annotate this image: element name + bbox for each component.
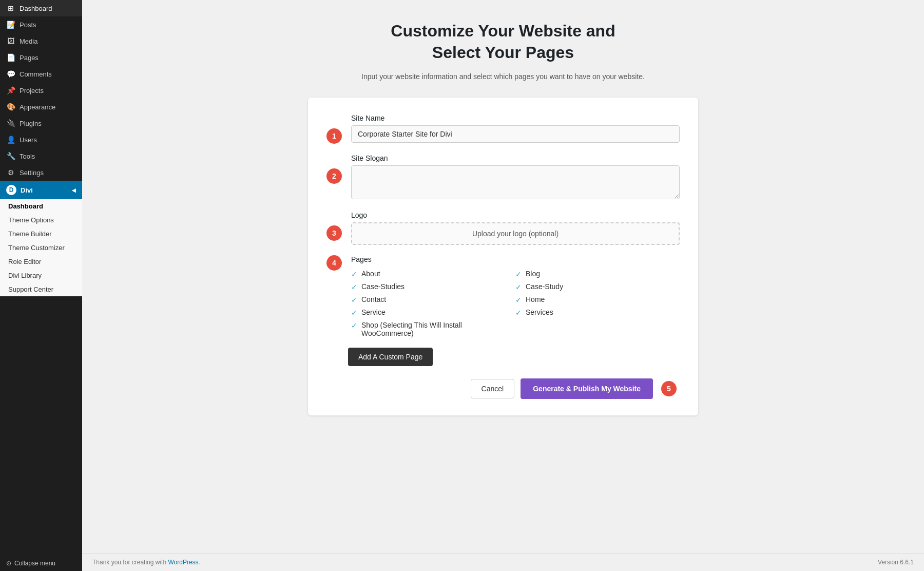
sidebar-item-posts[interactable]: 📝Posts — [0, 16, 82, 33]
sidebar-item-label: Tools — [20, 153, 35, 160]
page-checkbox-row[interactable]: ✓Shop (Selecting This Will Install WooCo… — [351, 321, 515, 337]
page-checkbox-row[interactable]: ✓Service — [351, 308, 515, 317]
sidebar-item-users[interactable]: 👤Users — [0, 131, 82, 148]
main-content: Customize Your Website and Select Your P… — [82, 0, 924, 571]
page-checkbox-row[interactable]: ✓Blog — [515, 270, 680, 278]
step-4-badge: 4 — [326, 255, 342, 271]
sidebar-item-tools[interactable]: 🔧Tools — [0, 148, 82, 164]
step-5-badge: 5 — [661, 381, 677, 396]
sidebar-item-appearance[interactable]: 🎨Appearance — [0, 99, 82, 115]
sidebar-item-projects[interactable]: 📌Projects — [0, 82, 82, 99]
page-subtitle: Input your website information and selec… — [113, 71, 893, 82]
cancel-button[interactable]: Cancel — [471, 379, 515, 398]
divi-submenu: DashboardTheme OptionsTheme BuilderTheme… — [0, 199, 82, 296]
page-label: Home — [526, 295, 545, 303]
collapse-label: Collapse menu — [14, 560, 55, 567]
users-icon: 👤 — [6, 136, 15, 144]
divi-submenu-role-editor[interactable]: Role Editor — [0, 255, 82, 269]
sidebar-item-label: Media — [20, 37, 37, 45]
site-name-label: Site Name — [351, 114, 680, 122]
form-card: 1 Site Name 2 Site Slogan 3 Logo — [308, 98, 698, 415]
site-name-row: 1 Site Name — [326, 114, 680, 144]
tools-icon: 🔧 — [6, 152, 15, 160]
sidebar-item-comments[interactable]: 💬Comments — [0, 66, 82, 82]
sidebar-item-label: Projects — [20, 87, 44, 94]
sidebar-item-plugins[interactable]: 🔌Plugins — [0, 115, 82, 131]
page-checkbox-row[interactable]: ✓Case-Studies — [351, 282, 515, 291]
check-icon: ✓ — [351, 270, 357, 278]
page-label: Contact — [361, 295, 386, 303]
publish-button[interactable]: Generate & Publish My Website — [521, 378, 653, 399]
logo-upload-button[interactable]: Upload your logo (optional) — [351, 222, 680, 245]
divi-submenu-dashboard-sub[interactable]: Dashboard — [0, 199, 82, 213]
add-custom-page-button[interactable]: Add A Custom Page — [348, 348, 433, 366]
divi-submenu-theme-customizer[interactable]: Theme Customizer — [0, 241, 82, 255]
page-checkbox-row[interactable]: ✓Services — [515, 308, 680, 317]
pages-row: 4 Pages ✓About✓Blog✓Case-Studies✓Case-St… — [326, 255, 680, 337]
projects-icon: 📌 — [6, 86, 15, 94]
check-icon: ✓ — [351, 321, 357, 330]
add-custom-page-area: Add A Custom Page — [326, 344, 680, 378]
page-checkbox-row[interactable]: ✓Home — [515, 295, 680, 304]
page-label: Blog — [526, 270, 540, 278]
check-icon: ✓ — [515, 296, 522, 304]
check-icon: ✓ — [515, 309, 522, 317]
page-checkbox-row[interactable]: ✓About — [351, 270, 515, 278]
step-2-badge: 2 — [326, 168, 342, 184]
page-footer: Thank you for creating with WordPress. V… — [82, 553, 924, 571]
site-slogan-label: Site Slogan — [351, 154, 680, 162]
step-1-badge: 1 — [326, 128, 342, 144]
divi-label: Divi — [21, 186, 33, 194]
page-label: Service — [361, 308, 386, 316]
page-label: Shop (Selecting This Will Install WooCom… — [361, 321, 515, 337]
sidebar-item-label: Settings — [20, 169, 44, 177]
page-label: Case-Studies — [361, 282, 405, 291]
check-icon: ✓ — [515, 270, 522, 278]
pages-label: Pages — [351, 255, 680, 263]
posts-icon: 📝 — [6, 21, 15, 29]
check-icon: ✓ — [351, 309, 357, 317]
wordpress-link[interactable]: WordPress — [168, 559, 198, 566]
check-icon: ✓ — [351, 296, 357, 304]
site-slogan-input[interactable] — [351, 165, 680, 199]
divi-menu-header[interactable]: D Divi ◀ — [0, 181, 82, 199]
plugins-icon: 🔌 — [6, 119, 15, 127]
sidebar-item-label: Plugins — [20, 120, 42, 127]
sidebar-item-dashboard[interactable]: ⊞Dashboard — [0, 0, 82, 16]
sidebar-item-label: Posts — [20, 21, 36, 29]
logo-label: Logo — [351, 211, 680, 219]
page-checkbox-row[interactable]: ✓Case-Study — [515, 282, 680, 291]
divi-icon: D — [6, 185, 16, 195]
version-text: Version 6.6.1 — [878, 559, 914, 566]
pages-icon: 📄 — [6, 53, 15, 62]
form-actions: Cancel Generate & Publish My Website 5 — [326, 378, 680, 399]
page-checkbox-row[interactable]: ✓Contact — [351, 295, 515, 304]
check-icon: ✓ — [515, 283, 522, 291]
dashboard-icon: ⊞ — [6, 4, 15, 12]
pages-grid: ✓About✓Blog✓Case-Studies✓Case-Study✓Cont… — [351, 270, 680, 337]
settings-icon: ⚙ — [6, 168, 15, 177]
sidebar-item-settings[interactable]: ⚙Settings — [0, 164, 82, 181]
divi-submenu-divi-library[interactable]: Divi Library — [0, 269, 82, 282]
logo-row: 3 Logo Upload your logo (optional) — [326, 211, 680, 245]
site-name-input[interactable] — [351, 125, 680, 143]
sidebar: ⊞Dashboard📝Posts🖼Media📄Pages💬Comments📌Pr… — [0, 0, 82, 571]
page-title: Customize Your Website and Select Your P… — [113, 21, 893, 63]
collapse-menu-button[interactable]: ⊙ Collapse menu — [0, 556, 82, 571]
divi-submenu-theme-builder[interactable]: Theme Builder — [0, 227, 82, 241]
sidebar-item-pages[interactable]: 📄Pages — [0, 49, 82, 66]
footer-left: Thank you for creating with WordPress. — [92, 559, 200, 566]
divi-submenu-support-center[interactable]: Support Center — [0, 282, 82, 296]
sidebar-item-label: Dashboard — [20, 5, 52, 12]
divi-submenu-theme-options[interactable]: Theme Options — [0, 213, 82, 227]
media-icon: 🖼 — [6, 37, 15, 45]
sidebar-item-label: Users — [20, 136, 37, 144]
appearance-icon: 🎨 — [6, 103, 15, 111]
sidebar-item-media[interactable]: 🖼Media — [0, 33, 82, 49]
page-label: Case-Study — [526, 282, 563, 291]
page-label: About — [361, 270, 380, 278]
divi-arrow-icon: ◀ — [72, 187, 76, 193]
sidebar-item-label: Appearance — [20, 103, 55, 111]
check-icon: ✓ — [351, 283, 357, 291]
sidebar-item-label: Pages — [20, 54, 38, 62]
